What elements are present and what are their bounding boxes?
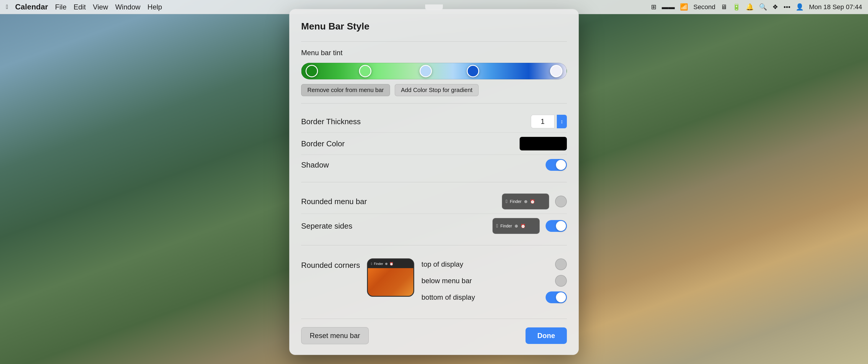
preview-clock-icon: ⏰	[530, 199, 535, 204]
separate-sides-preview:  Finder ⊕ ⏰	[492, 218, 540, 234]
phone-menu-bar:  Finder ⊕ ⏰	[368, 259, 413, 268]
rounded-menu-bar-preview:  Finder ⊕ ⏰	[502, 194, 549, 209]
shadow-toggle[interactable]	[546, 159, 567, 171]
rounded-menu-bar-label: Rounded menu bar	[301, 197, 502, 206]
reset-menu-bar-button[interactable]: Reset menu bar	[301, 327, 369, 344]
color-stop-green-dark[interactable]	[306, 65, 318, 77]
color-stop-green-mid[interactable]	[359, 65, 371, 77]
shadow-label: Shadow	[301, 161, 546, 170]
separate-sides-row: Seperate sides  Finder ⊕ ⏰	[301, 213, 567, 238]
phone-apple-icon: 	[371, 262, 372, 265]
color-stop-white[interactable]	[550, 65, 562, 77]
rounded-menu-bar-row: Rounded menu bar  Finder ⊕ ⏰	[301, 189, 567, 213]
tint-label: Menu bar tint	[301, 49, 567, 57]
dialog-notch	[425, 4, 443, 10]
below-menu-bar-label: below menu bar	[421, 277, 472, 285]
tint-section: Menu bar tint Remove color from menu bar…	[301, 41, 567, 103]
dialog-overlay: Menu Bar Style Menu bar tint Remove colo…	[0, 0, 868, 364]
preview-apple-icon: 	[506, 199, 507, 204]
tint-buttons: Remove color from menu bar Add Color Sto…	[301, 84, 567, 96]
color-stop-blue-dark[interactable]	[467, 65, 479, 77]
rounded-corners-section: Rounded corners  Finder ⊕ ⏰ top of disp…	[301, 245, 567, 316]
preview-finder-text2: Finder	[500, 224, 512, 228]
corner-options: top of display below menu bar bottom of …	[421, 258, 567, 303]
stepper-arrow-icon: ↕	[561, 119, 563, 124]
separate-sides-label: Seperate sides	[301, 222, 492, 231]
shadow-toggle-thumb	[556, 160, 566, 170]
below-menu-bar-row: below menu bar	[421, 275, 567, 287]
bottom-of-display-toggle-thumb	[556, 292, 566, 302]
phone-finder-text: Finder	[374, 262, 383, 265]
phone-wallpaper	[368, 268, 413, 296]
preview-wifi-icon: ⊕	[524, 199, 528, 204]
menu-bar-style-dialog: Menu Bar Style Menu bar tint Remove colo…	[289, 9, 579, 355]
separate-sides-toggle-thumb	[556, 221, 566, 231]
dialog-footer: Reset menu bar Done	[301, 319, 567, 344]
preview-wifi-icon2: ⊕	[515, 224, 518, 228]
phone-clock-icon: ⏰	[390, 262, 394, 266]
border-thickness-label: Border Thickness	[301, 117, 531, 126]
tint-gradient-bar[interactable]	[301, 63, 567, 79]
phone-preview:  Finder ⊕ ⏰	[367, 258, 414, 297]
rounded-section: Rounded menu bar  Finder ⊕ ⏰ Seperate s…	[301, 182, 567, 245]
top-of-display-label: top of display	[421, 260, 463, 268]
border-color-row: Border Color	[301, 132, 567, 155]
preview-clock-icon2: ⏰	[521, 224, 526, 228]
border-color-label: Border Color	[301, 139, 520, 148]
separate-sides-toggle[interactable]	[546, 220, 567, 232]
top-of-display-toggle[interactable]	[555, 258, 567, 270]
top-of-display-row: top of display	[421, 258, 567, 270]
thickness-control: 1 ↕	[531, 115, 567, 128]
color-stop-blue-light[interactable]	[420, 65, 432, 77]
bottom-of-display-label: bottom of display	[421, 293, 475, 301]
preview-apple-icon2: 	[496, 223, 498, 229]
done-button[interactable]: Done	[526, 327, 567, 344]
border-color-swatch[interactable]	[520, 137, 567, 151]
bottom-of-display-toggle[interactable]	[546, 292, 567, 303]
thickness-stepper[interactable]: ↕	[557, 115, 567, 128]
rounded-menu-bar-toggle[interactable]	[555, 196, 567, 207]
border-thickness-row: Border Thickness 1 ↕	[301, 111, 567, 132]
below-menu-bar-toggle[interactable]	[555, 275, 567, 287]
preview-finder-text: Finder	[510, 199, 522, 204]
rounded-corners-row: Rounded corners  Finder ⊕ ⏰ top of disp…	[301, 253, 567, 309]
border-shadow-section: Border Thickness 1 ↕ Border Color Shadow	[301, 103, 567, 182]
bottom-of-display-row: bottom of display	[421, 292, 567, 303]
thickness-value: 1	[531, 115, 554, 128]
dialog-title: Menu Bar Style	[301, 21, 567, 32]
phone-wifi-icon: ⊕	[385, 262, 388, 266]
add-color-stop-button[interactable]: Add Color Stop for gradient	[395, 84, 478, 96]
shadow-row: Shadow	[301, 155, 567, 175]
remove-color-button[interactable]: Remove color from menu bar	[301, 84, 390, 96]
rounded-corners-label: Rounded corners	[301, 258, 360, 270]
